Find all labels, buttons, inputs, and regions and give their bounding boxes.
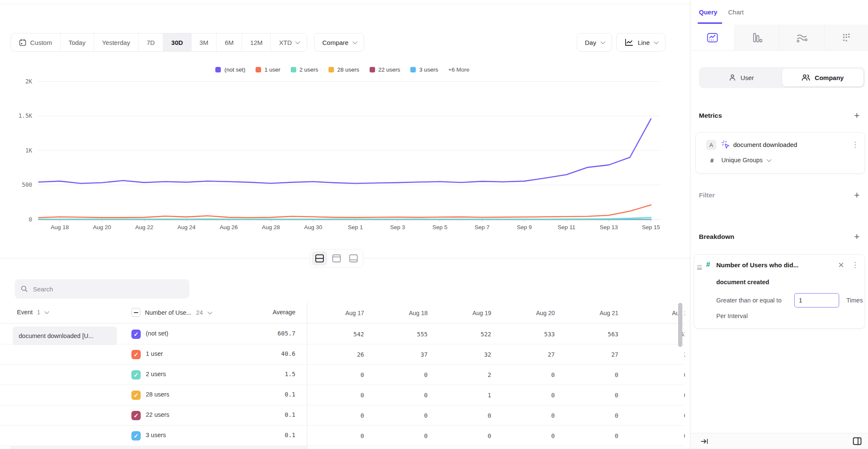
date-column-header[interactable]: Aug 2 <box>625 310 685 316</box>
row-average: 605.7 <box>237 330 295 337</box>
layout-split-button[interactable] <box>312 251 327 266</box>
breakdown-condition[interactable]: Greater than or equal to <box>716 297 782 304</box>
legend-item[interactable]: 22 users <box>370 67 401 73</box>
row-value: 2 <box>625 351 685 358</box>
row-value: 555 <box>370 331 434 338</box>
table-search[interactable] <box>15 279 189 299</box>
series-line-1-user[interactable] <box>39 205 651 218</box>
breakdown-card[interactable]: # Number of Users who did... ✕ ⋮ documen… <box>694 254 865 329</box>
range-label: 12M <box>250 39 262 46</box>
user-company-toggle: User Company <box>699 67 865 88</box>
row-values-inner: 26373227272 <box>307 344 685 364</box>
interval-button[interactable]: Day <box>577 33 612 52</box>
date-column-header[interactable]: Aug 19 <box>434 310 498 316</box>
metric-kebab-icon[interactable]: ⋮ <box>851 141 859 148</box>
breakdown-value-input[interactable] <box>794 293 839 308</box>
collapse-panel-icon[interactable] <box>701 438 709 445</box>
line-chart-icon <box>624 38 634 47</box>
add-metric-button[interactable]: + <box>854 111 860 120</box>
range-custom[interactable]: Custom <box>11 33 61 51</box>
row-checkbox[interactable]: ✓ <box>131 431 141 441</box>
row-checkbox[interactable]: ✓ <box>131 391 141 400</box>
table-scrollbar[interactable] <box>678 303 682 347</box>
toolbar-right: Day Line <box>577 33 665 52</box>
aggregation-select[interactable]: Unique Groups <box>721 157 770 164</box>
active-tab-underline <box>698 22 722 24</box>
event-header-label: Event <box>17 309 33 316</box>
search-input[interactable] <box>33 285 184 293</box>
select-all-checkbox[interactable] <box>131 308 140 317</box>
tab-query[interactable]: Query <box>699 8 717 16</box>
row-value: 563 <box>561 331 625 338</box>
add-filter-button[interactable]: + <box>854 191 860 200</box>
date-column-header[interactable]: Aug 21 <box>561 310 625 316</box>
chart-type-bar-tab[interactable] <box>734 25 779 50</box>
date-column-header[interactable]: Aug 17 <box>307 310 370 316</box>
compare-button[interactable]: Compare <box>314 33 364 52</box>
range-label: Custom <box>30 39 52 46</box>
tab-chart[interactable]: Chart <box>728 8 744 16</box>
range-3m[interactable]: 3M <box>192 33 217 51</box>
row-checkbox[interactable]: ✓ <box>131 411 141 420</box>
series-header-label[interactable]: Number of Use... <box>145 309 192 316</box>
chart-type-flow-tab[interactable] <box>779 25 824 50</box>
chart-legend: (not set)1 user2 users28 users22 users3 … <box>0 67 685 73</box>
chart-type-line-tab[interactable] <box>690 25 734 50</box>
row-value: 0 <box>498 412 561 419</box>
legend-item[interactable]: 28 users <box>328 67 359 73</box>
x-axis-label: Aug 24 <box>178 224 196 230</box>
row-value: 0 <box>625 371 685 378</box>
x-axis-label: Aug 22 <box>135 224 153 230</box>
table-row: ✓22 users0.1000000 <box>0 405 685 426</box>
row-values: 001000 <box>307 385 685 405</box>
row-value: 0 <box>370 392 434 399</box>
toggle-user[interactable]: User <box>701 69 782 86</box>
layout-chart-only-button[interactable] <box>329 251 344 266</box>
chevron-down-icon <box>353 39 357 44</box>
breakdown-card-title: Number of Users who did... <box>716 261 798 269</box>
legend-item[interactable]: 3 users <box>410 67 438 73</box>
range-7d[interactable]: 7D <box>139 33 163 51</box>
toggle-company[interactable]: Company <box>782 69 863 86</box>
metric-name[interactable]: document downloaded <box>733 141 797 148</box>
range-12m[interactable]: 12M <box>242 33 271 51</box>
metric-card[interactable]: A document downloaded ⋮ # Unique Groups <box>696 132 865 174</box>
add-breakdown-button[interactable]: + <box>854 232 860 241</box>
range-today[interactable]: Today <box>61 33 94 51</box>
legend-item[interactable]: 2 users <box>291 67 318 73</box>
range-xtd[interactable]: XTD <box>271 33 307 51</box>
line-chart[interactable]: 05001K1.5K2KAug 18Aug 20Aug 22Aug 24Aug … <box>0 78 690 239</box>
drag-handle-icon[interactable] <box>697 264 702 270</box>
row-checkbox[interactable]: ✓ <box>131 330 141 339</box>
row-label: 1 user <box>146 350 163 357</box>
legend-item[interactable]: (not set) <box>215 67 245 73</box>
series-column-header: Number of Use... 24 <box>131 308 211 317</box>
table-header: Event 1 Number of Use... 24 Average Aug … <box>0 302 685 324</box>
legend-more-link[interactable]: +6 More <box>448 67 470 73</box>
chart-type-matrix-tab[interactable] <box>824 25 868 50</box>
row-checkbox[interactable]: ✓ <box>131 350 141 359</box>
date-column-header[interactable]: Aug 18 <box>370 310 434 316</box>
chart-type-button[interactable]: Line <box>616 33 665 52</box>
bar-chart-icon <box>751 32 762 43</box>
row-label: 28 users <box>146 391 170 398</box>
x-axis-label: Sep 11 <box>558 224 576 230</box>
event-count: 1 <box>37 309 40 316</box>
row-values: 000000 <box>307 405 685 425</box>
breakdown-kebab-icon[interactable]: ⋮ <box>851 261 859 269</box>
event-row-item[interactable]: document downloaded [U... <box>13 327 117 345</box>
row-checkbox[interactable]: ✓ <box>131 370 141 380</box>
close-icon[interactable]: ✕ <box>838 261 844 270</box>
event-column-header[interactable]: Event 1 <box>17 309 48 316</box>
range-yesterday[interactable]: Yesterday <box>94 33 139 51</box>
layout-table-only-button[interactable] <box>346 251 361 266</box>
legend-swatch <box>370 67 375 72</box>
average-column-header[interactable]: Average <box>237 309 295 316</box>
legend-item[interactable]: 1 user <box>256 67 281 73</box>
series-line--not-set-[interactable] <box>39 119 651 183</box>
row-value: 0 <box>498 432 561 439</box>
date-column-header[interactable]: Aug 20 <box>498 310 561 316</box>
range-30d[interactable]: 30D <box>163 33 192 51</box>
side-panel-icon[interactable] <box>853 437 862 445</box>
range-6m[interactable]: 6M <box>217 33 242 51</box>
